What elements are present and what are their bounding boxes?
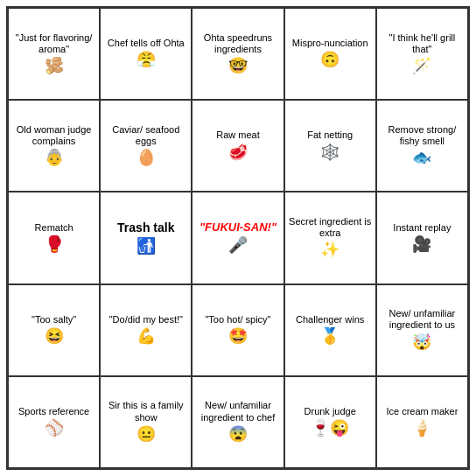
- cell-emoji-3: 🙃: [320, 51, 340, 70]
- cell-text-5: Old woman judge complains: [11, 124, 96, 147]
- cell-emoji-22: 😨: [228, 425, 248, 444]
- cell-text-12: "FUKUI-SAN!": [200, 220, 276, 234]
- cell-text-23: Drunk judge: [304, 406, 356, 417]
- cell-text-21: Sir this is a family show: [103, 400, 188, 423]
- cell-emoji-14: 🎥: [412, 235, 431, 255]
- cell-text-17: "Too hot/ spicy": [205, 314, 270, 326]
- cell-text-6: Caviar/ seafood eggs: [103, 124, 188, 147]
- bingo-cell-10: Rematch🥊: [8, 192, 100, 284]
- cell-text-8: Fat netting: [307, 130, 353, 141]
- bingo-cell-3: Mispro-nunciation🙃: [284, 8, 376, 100]
- cell-emoji-13: ✨: [320, 241, 340, 260]
- cell-emoji-5: 👵: [45, 149, 64, 168]
- bingo-cell-14: Instant replay🎥: [376, 192, 468, 284]
- cell-text-15: "Too salty": [32, 314, 76, 326]
- cell-emoji-20: ⚾: [45, 419, 64, 438]
- cell-text-14: Instant replay: [393, 222, 451, 234]
- cell-text-11: Trash talk: [117, 220, 174, 235]
- bingo-cell-24: Ice cream maker🍦: [376, 376, 468, 468]
- cell-emoji-11: 🚮: [136, 237, 156, 256]
- cell-emoji-15: 😆: [45, 327, 64, 346]
- cell-text-1: Chef tells off Ohta: [108, 38, 185, 49]
- bingo-cell-1: Chef tells off Ohta😤: [100, 8, 192, 100]
- cell-emoji-6: 🥚: [136, 149, 156, 168]
- cell-emoji-2: 🤓: [228, 57, 248, 76]
- cell-text-19: New/ unfamiliar ingredient to us: [380, 308, 465, 331]
- cell-emoji-24: 🍦: [412, 419, 431, 438]
- cell-text-18: Challenger wins: [296, 314, 364, 326]
- cell-text-4: "I think he'll grill that": [380, 32, 465, 55]
- cell-text-16: "Do/did my best!": [109, 314, 183, 326]
- cell-emoji-16: 💪: [136, 327, 156, 346]
- bingo-cell-6: Caviar/ seafood eggs🥚: [100, 100, 192, 192]
- bingo-cell-13: Secret ingredient is extra✨: [284, 192, 376, 284]
- cell-emoji-1: 😤: [136, 51, 156, 70]
- bingo-cell-12: "FUKUI-SAN!"🎤: [192, 192, 284, 284]
- cell-emoji-12: 🎤: [228, 236, 248, 256]
- bingo-cell-15: "Too salty"😆: [8, 284, 100, 376]
- bingo-cell-17: "Too hot/ spicy"🤩: [192, 284, 284, 376]
- bingo-cell-5: Old woman judge complains👵: [8, 100, 100, 192]
- bingo-cell-19: New/ unfamiliar ingredient to us🤯: [376, 284, 468, 376]
- cell-emoji-0: 🫚: [45, 57, 64, 76]
- cell-emoji-8: 🕸️: [320, 144, 340, 163]
- cell-text-2: Ohta speedruns ingredients: [195, 32, 280, 55]
- bingo-cell-20: Sports reference⚾: [8, 376, 100, 468]
- bingo-cell-9: Remove strong/ fishy smell🐟: [376, 100, 468, 192]
- bingo-cell-11: Trash talk🚮: [100, 192, 192, 284]
- cell-text-3: Mispro-nunciation: [292, 38, 368, 49]
- bingo-board: "Just for flavoring/ aroma"🫚Chef tells o…: [6, 6, 470, 470]
- bingo-cell-7: Raw meat🥩: [192, 100, 284, 192]
- cell-text-9: Remove strong/ fishy smell: [380, 124, 465, 147]
- cell-emoji-21: 😐: [136, 425, 156, 444]
- cell-text-0: "Just for flavoring/ aroma": [11, 32, 96, 55]
- bingo-cell-22: New/ unfamiliar ingredient to chef😨: [192, 376, 284, 468]
- bingo-cell-18: Challenger wins🥇: [284, 284, 376, 376]
- bingo-cell-21: Sir this is a family show😐: [100, 376, 192, 468]
- bingo-cell-0: "Just for flavoring/ aroma"🫚: [8, 8, 100, 100]
- bingo-cell-2: Ohta speedruns ingredients🤓: [192, 8, 284, 100]
- cell-text-22: New/ unfamiliar ingredient to chef: [195, 400, 280, 423]
- bingo-cell-4: "I think he'll grill that"🪄: [376, 8, 468, 100]
- cell-emoji-17: 🤩: [228, 327, 248, 346]
- cell-emoji-4: 🪄: [412, 57, 431, 76]
- cell-emoji-9: 🐟: [412, 149, 431, 168]
- cell-text-10: Rematch: [35, 222, 74, 234]
- cell-emoji-18: 🥇: [320, 327, 340, 346]
- cell-text-24: Ice cream maker: [386, 406, 458, 417]
- cell-emoji-7: 🥩: [228, 144, 248, 163]
- bingo-cell-23: Drunk judge🍷😜: [284, 376, 376, 468]
- cell-emoji-23: 🍷😜: [311, 419, 349, 438]
- bingo-cell-8: Fat netting🕸️: [284, 100, 376, 192]
- cell-text-20: Sports reference: [18, 406, 89, 417]
- cell-emoji-10: 🥊: [45, 235, 64, 255]
- cell-emoji-19: 🤯: [412, 333, 431, 353]
- cell-text-7: Raw meat: [216, 130, 260, 141]
- cell-text-13: Secret ingredient is extra: [288, 216, 373, 239]
- bingo-cell-16: "Do/did my best!"💪: [100, 284, 192, 376]
